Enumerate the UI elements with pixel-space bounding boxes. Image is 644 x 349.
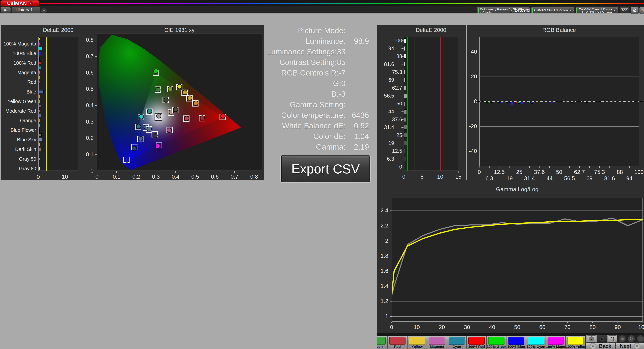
play-button[interactable]: ▶ bbox=[597, 335, 608, 343]
cie-measured-point bbox=[184, 116, 189, 121]
axis-tick-label: 1.8 bbox=[372, 253, 388, 259]
deltae-gray-bar bbox=[404, 46, 405, 51]
axis-tick-label: -20 bbox=[461, 123, 477, 129]
deltae-bar bbox=[38, 100, 40, 103]
rgb-balance-bar bbox=[640, 101, 643, 102]
axis-tick-label: 0.2 bbox=[126, 174, 146, 180]
continuous-read-button[interactable]: ∞ bbox=[618, 335, 626, 342]
grayscale-level-label: 75.3 bbox=[588, 169, 611, 175]
swatch-label: Green bbox=[377, 345, 387, 349]
pattern-swatch-yellow[interactable]: Yellow bbox=[407, 336, 427, 349]
rgb-balance-bar bbox=[506, 102, 508, 103]
summary-label: White Balance dE: bbox=[265, 121, 346, 130]
reference-line bbox=[414, 37, 415, 171]
rgb-balance-bar bbox=[531, 102, 533, 104]
axis-tick-label: 5 bbox=[415, 174, 429, 180]
deltae-row-label: 100% Red bbox=[2, 60, 36, 66]
pattern-swatch-100-red[interactable]: 100% Red bbox=[466, 336, 486, 349]
chart-title-rgb-balance: RGB Balance bbox=[526, 27, 593, 33]
deltae-bar bbox=[38, 143, 40, 146]
display-profiler-dropdown[interactable]: CalMAN Client 3 Display Profiler LG TV S… bbox=[576, 7, 618, 13]
axis-tick-label: 80 bbox=[582, 324, 602, 330]
next-button[interactable]: Next » bbox=[616, 343, 644, 349]
rgb-balance-bar bbox=[538, 102, 540, 102]
grayscale-level-label: 94 bbox=[371, 46, 394, 52]
axis-tick-label: 10 bbox=[434, 174, 447, 180]
grayscale-level-label: 100 bbox=[627, 169, 644, 175]
axis-tick bbox=[629, 166, 630, 168]
infinity-icon: ∞ bbox=[621, 336, 624, 341]
help-button[interactable]: ? bbox=[639, 7, 644, 14]
gridline bbox=[479, 77, 639, 77]
axis-tick-label: 1.2 bbox=[372, 298, 388, 304]
swatch-color bbox=[567, 336, 584, 345]
axis-tick-label: 0.5 bbox=[185, 174, 205, 180]
axis-tick-label: 1.4 bbox=[372, 283, 388, 289]
extra-transport-button[interactable] bbox=[637, 335, 644, 342]
tab-history[interactable]: History 1 bbox=[12, 7, 40, 13]
pattern-swatch-red[interactable]: Red bbox=[388, 336, 407, 349]
pattern-window-button[interactable]: [-] bbox=[608, 335, 617, 342]
swatch-color bbox=[548, 336, 564, 345]
cie-measured-point bbox=[124, 158, 129, 162]
ddc-button[interactable]: DDC bbox=[620, 7, 630, 14]
pattern-swatch-cyan[interactable]: Cyan bbox=[447, 336, 466, 349]
swatch-label: 100% Blue bbox=[506, 345, 526, 349]
axis-tick-label: -40 bbox=[461, 148, 477, 154]
deltae-row-label: Red bbox=[2, 79, 36, 85]
settings-button[interactable]: ⚙ bbox=[630, 7, 639, 14]
rgb-balance-bar bbox=[518, 102, 520, 104]
pattern-swatch-100-magenta[interactable]: 100% Magenta bbox=[546, 336, 566, 349]
axis-tick bbox=[402, 159, 404, 159]
swatch-label: Cyan bbox=[447, 345, 466, 349]
pattern-swatch-magenta[interactable]: Magenta bbox=[427, 336, 447, 349]
summary-row: Gamma Setting: bbox=[265, 99, 369, 110]
cie-measured-point bbox=[154, 69, 158, 73]
rainbow-bar bbox=[40, 3, 644, 4]
refresh-button[interactable]: ↻ bbox=[628, 335, 635, 342]
axis-tick-label: 100 bbox=[633, 324, 644, 330]
pattern-generator-dropdown[interactable]: CalMAN Client 3 Pattern Generator ▼ bbox=[531, 7, 574, 13]
axis-tick-label: 10 bbox=[407, 324, 427, 330]
deltae-gray-bar bbox=[404, 78, 406, 82]
axis-tick bbox=[600, 166, 600, 168]
summary-row: Picture Mode: bbox=[265, 25, 369, 36]
pattern-swatch-100-cyan[interactable]: 100% Cyan bbox=[526, 336, 546, 349]
rgb-balance-bar bbox=[619, 102, 621, 102]
axis-tick-label: 1.6 bbox=[372, 268, 388, 274]
pattern-swatch-100-green[interactable]: 100% Green bbox=[486, 336, 506, 349]
deltae-row-label: Blue Sky bbox=[2, 137, 36, 143]
reference-line bbox=[440, 37, 440, 171]
axis-tick bbox=[458, 171, 458, 173]
axis-tick bbox=[136, 171, 136, 173]
summary-label: RGB Controls R:-7 bbox=[265, 68, 346, 77]
calman-menu-button[interactable]: CalMAN ▾ bbox=[1, 0, 39, 6]
axis-tick-label: 0 bbox=[87, 174, 107, 180]
rgb-balance-bar bbox=[588, 102, 591, 102]
axis-tick-label: 50 bbox=[507, 324, 527, 330]
pattern-swatch-100-yellow[interactable]: 100% Yellow bbox=[566, 336, 585, 349]
deltae-gray-bar bbox=[404, 149, 406, 153]
deltae-gray-bar bbox=[404, 54, 406, 59]
axis-tick bbox=[559, 166, 559, 168]
tab-scroll-button[interactable]: ▶ bbox=[1, 7, 11, 13]
summary-label: Gamma: bbox=[265, 142, 346, 151]
pattern-swatch-100-blue[interactable]: 100% Blue bbox=[506, 336, 526, 349]
gridline bbox=[479, 151, 639, 151]
gridline bbox=[422, 37, 422, 171]
rgb-balance-bar bbox=[606, 102, 608, 102]
export-csv-button[interactable]: Export CSV bbox=[281, 155, 370, 182]
rgb-balance-bar bbox=[536, 102, 538, 102]
rgb-balance-bar bbox=[568, 102, 571, 102]
pattern-swatch-green[interactable]: Green bbox=[377, 336, 388, 349]
axis-tick bbox=[95, 105, 97, 106]
swatch-color bbox=[448, 336, 465, 345]
meter-device-dropdown[interactable]: Colorimetry Research CR-100 c-42-oled ▼ … bbox=[477, 7, 530, 13]
axis-tick bbox=[404, 171, 404, 173]
axis-tick bbox=[65, 171, 65, 173]
rgb-balance-bar bbox=[520, 102, 523, 104]
add-tab-button[interactable]: + bbox=[41, 8, 46, 14]
back-button[interactable]: « Back bbox=[586, 343, 616, 349]
cie-measured-point bbox=[153, 133, 157, 138]
stop-button[interactable]: ■ bbox=[587, 335, 596, 342]
